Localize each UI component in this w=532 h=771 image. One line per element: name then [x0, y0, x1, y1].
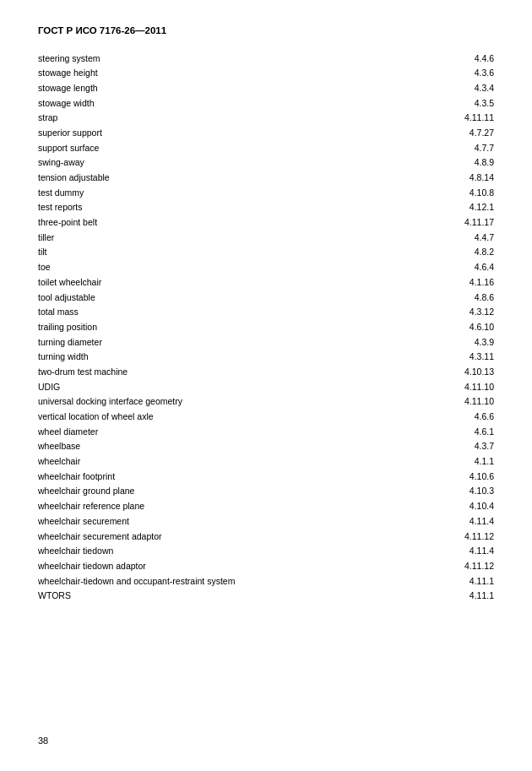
ref-cell: 4.8.6	[403, 290, 494, 305]
table-row: toilet wheelchair4.1.16	[38, 274, 494, 290]
table-row: vertical location of wheel axle4.6.6	[38, 410, 494, 425]
term-cell: steering system	[38, 51, 403, 66]
ref-cell: 4.11.4	[403, 544, 494, 559]
term-cell: turning width	[38, 350, 403, 365]
table-row: total mass4.3.12	[38, 305, 494, 320]
table-row: wheelbase4.3.7	[38, 439, 494, 454]
term-cell: toilet wheelchair	[38, 274, 403, 290]
term-cell: wheelchair tiedown	[38, 544, 403, 559]
table-row: turning diameter4.3.9	[38, 334, 494, 350]
ref-cell: 4.1.16	[403, 274, 494, 290]
table-row: test reports4.12.1	[38, 200, 494, 215]
ref-cell: 4.3.7	[403, 439, 494, 454]
term-cell: superior support	[38, 125, 403, 140]
ref-cell: 4.10.13	[403, 364, 494, 379]
table-row: superior support4.7.27	[38, 125, 494, 140]
table-row: toe4.6.4	[38, 260, 494, 275]
ref-cell: 4.6.10	[403, 319, 494, 334]
table-row: tiller4.4.7	[38, 230, 494, 245]
term-cell: tiller	[38, 230, 403, 245]
term-cell: wheelchair footprint	[38, 469, 403, 484]
table-row: trailing position4.6.10	[38, 319, 494, 334]
term-cell: wheelbase	[38, 439, 403, 454]
table-row: wheelchair securement adaptor4.11.12	[38, 529, 494, 544]
term-cell: tool adjustable	[38, 290, 403, 305]
term-cell: stowage length	[38, 80, 403, 95]
ref-cell: 4.7.7	[403, 140, 494, 155]
ref-cell: 4.11.4	[403, 513, 494, 529]
term-cell: UDIG	[38, 379, 403, 394]
ref-cell: 4.12.1	[403, 200, 494, 215]
table-row: two-drum test machine4.10.13	[38, 364, 494, 379]
term-cell: turning diameter	[38, 334, 403, 350]
ref-cell: 4.10.4	[403, 499, 494, 514]
table-row: wheelchair tiedown4.11.4	[38, 544, 494, 559]
table-row: support surface4.7.7	[38, 140, 494, 155]
ref-cell: 4.11.11	[403, 111, 494, 126]
table-row: wheelchair ground plane4.10.3	[38, 484, 494, 499]
ref-cell: 4.8.14	[403, 171, 494, 186]
term-cell: three-point belt	[38, 215, 403, 231]
table-row: wheelchair reference plane4.10.4	[38, 499, 494, 514]
ref-cell: 4.8.2	[403, 245, 494, 260]
table-row: tool adjustable4.8.6	[38, 290, 494, 305]
table-row: tilt4.8.2	[38, 245, 494, 260]
table-row: WTORS4.11.1	[38, 589, 494, 604]
ref-cell: 4.10.6	[403, 469, 494, 484]
term-cell: test dummy	[38, 185, 403, 200]
table-row: wheelchair securement4.11.4	[38, 513, 494, 529]
ref-cell: 4.11.17	[403, 215, 494, 231]
term-cell: wheelchair-tiedown and occupant-restrain…	[38, 573, 403, 589]
term-cell: support surface	[38, 140, 403, 155]
ref-cell: 4.6.4	[403, 260, 494, 275]
ref-cell: 4.8.9	[403, 155, 494, 171]
table-row: test dummy4.10.8	[38, 185, 494, 200]
ref-cell: 4.10.3	[403, 484, 494, 499]
ref-cell: 4.3.5	[403, 95, 494, 111]
ref-cell: 4.11.10	[403, 394, 494, 410]
ref-cell: 4.3.4	[403, 80, 494, 95]
term-cell: wheelchair	[38, 454, 403, 470]
term-cell: toe	[38, 260, 403, 275]
table-row: steering system4.4.6	[38, 51, 494, 66]
term-cell: wheelchair reference plane	[38, 499, 403, 514]
term-cell: swing-away	[38, 155, 403, 171]
term-cell: tension adjustable	[38, 171, 403, 186]
term-cell: universal docking interface geometry	[38, 394, 403, 410]
term-cell: wheel diameter	[38, 424, 403, 439]
ref-cell: 4.3.12	[403, 305, 494, 320]
term-cell: total mass	[38, 305, 403, 320]
term-cell: tilt	[38, 245, 403, 260]
ref-cell: 4.6.1	[403, 424, 494, 439]
table-row: tension adjustable4.8.14	[38, 171, 494, 186]
page-number: 38	[38, 736, 48, 746]
ref-cell: 4.11.10	[403, 379, 494, 394]
ref-cell: 4.3.6	[403, 66, 494, 81]
term-cell: strap	[38, 111, 403, 126]
table-row: UDIG4.11.10	[38, 379, 494, 394]
table-row: stowage length4.3.4	[38, 80, 494, 95]
ref-cell: 4.3.9	[403, 334, 494, 350]
ref-cell: 4.11.1	[403, 589, 494, 604]
ref-cell: 4.11.12	[403, 558, 494, 573]
table-row: three-point belt4.11.17	[38, 215, 494, 231]
term-cell: vertical location of wheel axle	[38, 410, 403, 425]
term-cell: stowage height	[38, 66, 403, 81]
ref-cell: 4.11.12	[403, 529, 494, 544]
table-row: wheelchair-tiedown and occupant-restrain…	[38, 573, 494, 589]
page: ГОСТ Р ИСО 7176-26—2011 steering system4…	[0, 0, 532, 771]
ref-cell: 4.1.1	[403, 454, 494, 470]
ref-cell: 4.7.27	[403, 125, 494, 140]
ref-cell: 4.6.6	[403, 410, 494, 425]
index-table: steering system4.4.6stowage height4.3.6s…	[38, 51, 494, 603]
term-cell: test reports	[38, 200, 403, 215]
table-row: wheelchair4.1.1	[38, 454, 494, 470]
term-cell: wheelchair securement adaptor	[38, 529, 403, 544]
ref-cell: 4.11.1	[403, 573, 494, 589]
term-cell: trailing position	[38, 319, 403, 334]
table-row: swing-away4.8.9	[38, 155, 494, 171]
term-cell: wheelchair securement	[38, 513, 403, 529]
ref-cell: 4.4.6	[403, 51, 494, 66]
table-row: stowage height4.3.6	[38, 66, 494, 81]
ref-cell: 4.4.7	[403, 230, 494, 245]
